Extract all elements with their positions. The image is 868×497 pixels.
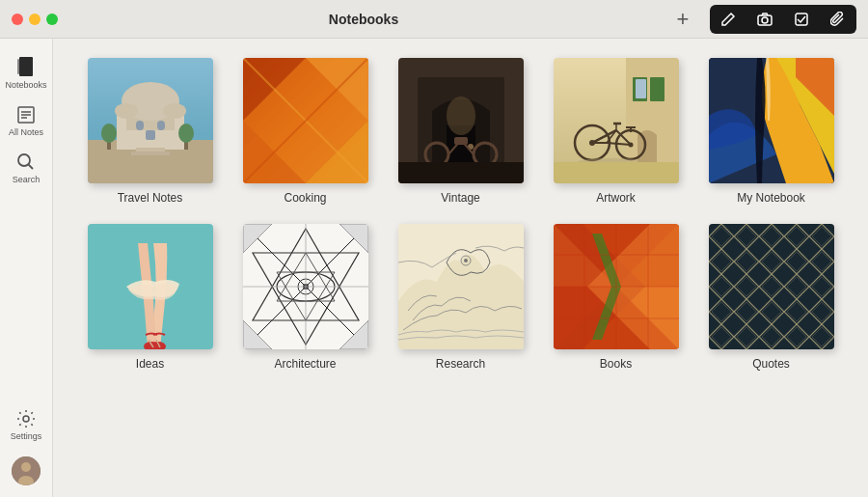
all-notes-label: All Notes: [9, 127, 43, 137]
notebook-my-notebook[interactable]: My Notebook: [703, 58, 839, 205]
notebook-title-my-notebook: My Notebook: [737, 191, 805, 205]
sidebar: Notebooks All Notes Search: [0, 39, 53, 497]
notebook-travel-notes[interactable]: Travel Notes: [82, 58, 218, 205]
svg-rect-25: [136, 148, 165, 152]
camera-icon[interactable]: [754, 9, 775, 30]
notebook-cover-cooking: [243, 58, 368, 183]
svg-point-30: [178, 124, 194, 143]
paperclip-icon[interactable]: [827, 9, 849, 30]
notebook-cover-quotes: [709, 224, 834, 349]
close-button[interactable]: [12, 14, 23, 25]
notebook-cooking[interactable]: Cooking: [237, 58, 373, 205]
svg-point-43: [447, 97, 475, 135]
notebook-artwork[interactable]: Artwork: [548, 58, 684, 205]
minimize-button[interactable]: [29, 14, 41, 25]
notebook-title-research: Research: [436, 357, 485, 371]
main-layout: Notebooks All Notes Search: [0, 39, 868, 497]
checkbox-icon[interactable]: [791, 9, 812, 30]
svg-point-13: [21, 462, 31, 472]
notebook-cover-ideas: [88, 224, 213, 349]
notebook-title-cooking: Cooking: [284, 191, 326, 205]
svg-rect-23: [157, 121, 165, 130]
svg-rect-46: [454, 137, 468, 145]
svg-point-1: [762, 17, 768, 23]
traffic-lights: [12, 14, 58, 25]
notebook-title-travel-notes: Travel Notes: [118, 191, 183, 205]
sidebar-item-settings[interactable]: Settings: [11, 401, 42, 449]
svg-point-94: [464, 259, 468, 262]
window-title: Notebooks: [58, 12, 669, 27]
svg-point-20: [115, 103, 138, 119]
title-bar: Notebooks +: [0, 0, 868, 39]
svg-rect-110: [709, 224, 834, 349]
notebook-vintage[interactable]: Vintage: [393, 58, 529, 205]
notebooks-grid-container: Travel Notes: [53, 39, 868, 497]
settings-label: Settings: [11, 431, 42, 441]
notebook-cover-my-notebook: [709, 58, 834, 183]
svg-rect-68: [554, 162, 679, 183]
notebook-research[interactable]: Research: [393, 224, 529, 371]
notebook-title-books: Books: [600, 357, 632, 371]
notebook-quotes[interactable]: Quotes: [703, 224, 839, 371]
svg-point-28: [101, 124, 117, 143]
search-icon: [16, 152, 36, 172]
maximize-button[interactable]: [46, 14, 58, 25]
notebook-cover-architecture: [243, 224, 368, 349]
svg-rect-2: [796, 14, 807, 25]
svg-rect-3: [19, 57, 33, 76]
svg-rect-52: [636, 79, 646, 98]
notebook-title-ideas: Ideas: [136, 357, 164, 371]
settings-icon: [16, 409, 36, 428]
notebook-title-vintage: Vintage: [441, 191, 479, 205]
toolbar-actions: [710, 5, 856, 34]
edit-icon[interactable]: [718, 9, 739, 30]
svg-rect-47: [398, 162, 524, 183]
notebook-books[interactable]: Books: [548, 224, 684, 371]
svg-rect-24: [146, 130, 155, 140]
notebook-architecture[interactable]: Architecture: [237, 224, 373, 371]
svg-point-9: [18, 154, 30, 166]
svg-rect-22: [136, 121, 144, 130]
all-notes-icon: [16, 105, 36, 124]
notebook-cover-vintage: [398, 58, 524, 183]
notebook-cover-artwork: [554, 58, 679, 183]
sidebar-item-notebooks[interactable]: Notebooks: [0, 48, 52, 97]
notebook-cover-books: [554, 224, 679, 349]
notebooks-grid: Travel Notes: [82, 58, 839, 371]
svg-line-10: [29, 165, 34, 170]
sidebar-item-search[interactable]: Search: [0, 145, 52, 192]
sidebar-bottom: Settings: [11, 401, 42, 497]
svg-point-11: [23, 416, 29, 422]
sidebar-item-all-notes[interactable]: All Notes: [0, 97, 52, 145]
search-label: Search: [13, 175, 41, 184]
svg-rect-4: [17, 59, 19, 74]
avatar[interactable]: [12, 456, 41, 485]
notebook-title-architecture: Architecture: [274, 357, 336, 371]
notebook-title-artwork: Artwork: [596, 191, 636, 205]
notebooks-icon: [16, 56, 36, 77]
svg-rect-26: [131, 152, 170, 155]
notebooks-label: Notebooks: [5, 80, 46, 90]
notebook-ideas[interactable]: Ideas: [82, 224, 218, 371]
svg-point-21: [163, 103, 186, 119]
add-notebook-button[interactable]: +: [669, 6, 696, 33]
svg-rect-51: [650, 77, 665, 101]
notebook-cover-research: [398, 224, 524, 349]
notebook-cover-travel-notes: [88, 58, 213, 183]
notebook-title-quotes: Quotes: [752, 357, 790, 371]
